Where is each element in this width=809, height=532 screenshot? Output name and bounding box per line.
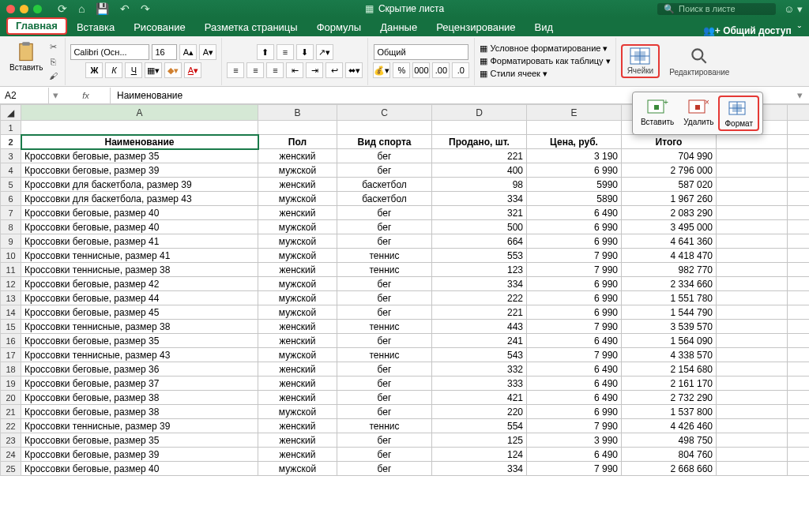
popup-delete-button[interactable]: × Удалить bbox=[679, 96, 718, 131]
conditional-formatting-button[interactable]: ▦ Условное форматирование ▾ bbox=[480, 43, 608, 54]
merge-icon[interactable]: ⬌▾ bbox=[345, 62, 363, 78]
cell[interactable]: 334 bbox=[432, 192, 527, 206]
cell[interactable]: 6 990 bbox=[527, 163, 622, 178]
cell[interactable]: 6 490 bbox=[527, 377, 622, 391]
cell[interactable]: теннис bbox=[337, 263, 432, 277]
col-header-H[interactable]: H bbox=[788, 105, 810, 121]
indent-dec-icon[interactable]: ⇤ bbox=[286, 62, 303, 78]
cell[interactable]: Кроссовки теннисные, размер 43 bbox=[21, 348, 258, 362]
cell[interactable]: баскетбол bbox=[337, 192, 432, 206]
cell[interactable]: 1 551 780 bbox=[622, 291, 717, 305]
search-input[interactable]: 🔍 Поиск в листе bbox=[657, 3, 776, 15]
italic-button[interactable]: К bbox=[105, 62, 122, 78]
table-row[interactable]: 25Кроссовки беговые, размер 40мужскойбег… bbox=[1, 462, 810, 476]
cell[interactable]: женский bbox=[258, 149, 337, 163]
col-header-D[interactable]: D bbox=[432, 105, 527, 121]
row-2[interactable]: 2 Наименование Пол Вид спорта Продано, ш… bbox=[1, 135, 810, 149]
table-row[interactable]: 20Кроссовки беговые, размер 38женскийбег… bbox=[1, 391, 810, 405]
cell[interactable]: 98 bbox=[432, 178, 527, 192]
cell[interactable]: женский bbox=[258, 320, 337, 334]
cell[interactable]: 554 bbox=[432, 419, 527, 433]
cell[interactable]: 5890 bbox=[527, 192, 622, 206]
cell[interactable]: Кроссовки теннисные, размер 38 bbox=[21, 320, 258, 334]
cell[interactable]: Кроссовки беговые, размер 39 bbox=[21, 448, 258, 462]
cell[interactable]: бег bbox=[337, 291, 432, 305]
cell[interactable]: женский bbox=[258, 334, 337, 348]
cell[interactable]: Кроссовки для баскетбола, размер 39 bbox=[21, 178, 258, 192]
cell[interactable]: 543 bbox=[432, 348, 527, 362]
cell[interactable]: мужской bbox=[258, 405, 337, 419]
cell[interactable]: 587 020 bbox=[622, 178, 717, 192]
cell[interactable]: 125 bbox=[432, 433, 527, 448]
cell[interactable]: 3 990 bbox=[527, 433, 622, 448]
table-row[interactable]: 5Кроссовки для баскетбола, размер 39женс… bbox=[1, 178, 810, 192]
cell[interactable]: 804 760 bbox=[622, 448, 717, 462]
grid[interactable]: ◢ A B C D E F H 1 2 Наименование Пол Вид… bbox=[0, 104, 809, 476]
cell[interactable]: Кроссовки беговые, размер 42 bbox=[21, 277, 258, 291]
cell[interactable]: мужской bbox=[258, 277, 337, 291]
cell[interactable]: женский bbox=[258, 178, 337, 192]
table-row[interactable]: 4Кроссовки беговые, размер 39мужскойбег4… bbox=[1, 163, 810, 178]
cell[interactable]: 500 bbox=[432, 220, 527, 234]
decrease-font-icon[interactable]: A▾ bbox=[199, 44, 216, 60]
percent-icon[interactable]: % bbox=[393, 62, 410, 78]
tab-insert[interactable]: Вставка bbox=[67, 19, 124, 36]
cell[interactable]: теннис bbox=[337, 419, 432, 433]
cell[interactable]: 6 990 bbox=[527, 234, 622, 249]
cell[interactable]: Кроссовки теннисные, размер 41 bbox=[21, 249, 258, 263]
cell[interactable]: бег bbox=[337, 149, 432, 163]
tab-review[interactable]: Рецензирование bbox=[427, 19, 525, 36]
cell[interactable]: теннис bbox=[337, 249, 432, 263]
cell[interactable]: бег bbox=[337, 234, 432, 249]
cut-icon[interactable]: ✂ bbox=[46, 41, 60, 54]
tab-home[interactable]: Главная bbox=[6, 17, 67, 35]
name-box-dropdown-icon[interactable]: ▾ bbox=[49, 89, 62, 101]
popup-format-button[interactable]: Формат bbox=[718, 96, 759, 131]
table-row[interactable]: 6Кроссовки для баскетбола, размер 43мужс… bbox=[1, 192, 810, 206]
cell[interactable]: 2 732 290 bbox=[622, 391, 717, 405]
cell[interactable]: женский bbox=[258, 377, 337, 391]
cell[interactable]: мужской bbox=[258, 192, 337, 206]
cells-button[interactable]: Ячейки bbox=[621, 44, 660, 78]
cell[interactable]: 3 495 000 bbox=[622, 220, 717, 234]
increase-decimal-icon[interactable]: .00 bbox=[432, 62, 450, 78]
cell[interactable]: бег bbox=[337, 206, 432, 220]
cell[interactable]: Кроссовки теннисные, размер 39 bbox=[21, 419, 258, 433]
cell[interactable]: женский bbox=[258, 263, 337, 277]
table-row[interactable]: 7Кроссовки беговые, размер 40женскийбег3… bbox=[1, 206, 810, 220]
table-row[interactable]: 16Кроссовки беговые, размер 35женскийбег… bbox=[1, 334, 810, 348]
expand-formula-bar-icon[interactable]: ▾ bbox=[791, 89, 809, 101]
cell[interactable]: 5990 bbox=[527, 178, 622, 192]
cell[interactable]: Кроссовки беговые, размер 38 bbox=[21, 391, 258, 405]
cell[interactable]: Кроссовки беговые, размер 40 bbox=[21, 462, 258, 476]
format-painter-icon[interactable]: 🖌 bbox=[46, 69, 60, 82]
cell[interactable]: 124 bbox=[432, 448, 527, 462]
cell-styles-button[interactable]: ▦ Стили ячеек ▾ bbox=[480, 69, 547, 79]
cell[interactable]: мужской bbox=[258, 220, 337, 234]
cell[interactable]: 334 bbox=[432, 277, 527, 291]
cell[interactable]: 443 bbox=[432, 320, 527, 334]
cell[interactable]: женский bbox=[258, 433, 337, 448]
cell[interactable]: 421 bbox=[432, 391, 527, 405]
cell[interactable]: 221 bbox=[432, 149, 527, 163]
table-row[interactable]: 12Кроссовки беговые, размер 42мужскойбег… bbox=[1, 277, 810, 291]
cell[interactable]: 1 967 260 bbox=[622, 192, 717, 206]
maximize-window[interactable] bbox=[33, 5, 42, 13]
align-bottom-icon[interactable]: ⬇ bbox=[296, 44, 314, 60]
col-header-C[interactable]: C bbox=[337, 105, 432, 121]
cell[interactable]: 332 bbox=[432, 362, 527, 377]
cell[interactable]: 3 190 bbox=[527, 149, 622, 163]
indent-inc-icon[interactable]: ⇥ bbox=[306, 62, 323, 78]
cell[interactable]: мужской bbox=[258, 305, 337, 320]
minimize-window[interactable] bbox=[20, 5, 28, 13]
cell[interactable]: бег bbox=[337, 362, 432, 377]
cell[interactable]: 2 796 000 bbox=[622, 163, 717, 178]
decrease-decimal-icon[interactable]: .0 bbox=[452, 62, 469, 78]
cell[interactable]: 7 990 bbox=[527, 263, 622, 277]
cell[interactable]: 6 490 bbox=[527, 448, 622, 462]
cell[interactable]: бег bbox=[337, 305, 432, 320]
align-center-icon[interactable]: ≡ bbox=[246, 62, 264, 78]
cell[interactable]: 6 990 bbox=[527, 220, 622, 234]
bold-button[interactable]: Ж bbox=[85, 62, 103, 78]
cell[interactable]: женский bbox=[258, 419, 337, 433]
